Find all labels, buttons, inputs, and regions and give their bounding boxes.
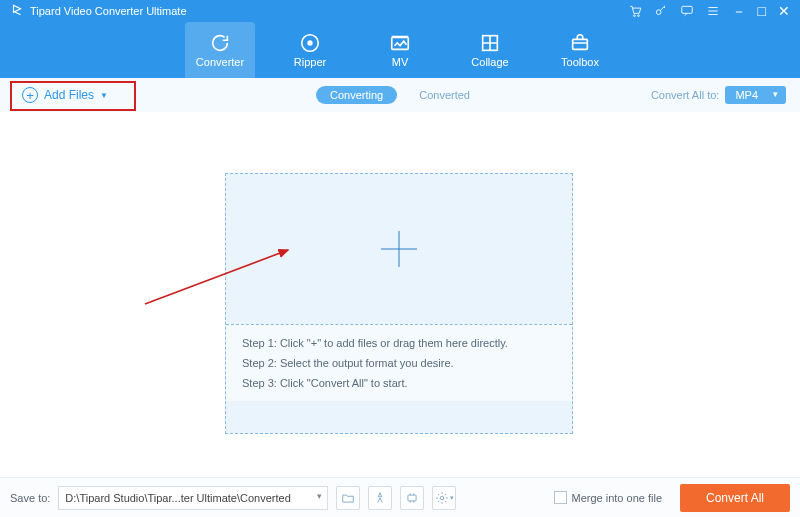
cart-icon[interactable] — [628, 4, 642, 18]
save-to-label: Save to: — [10, 492, 50, 504]
title-bar: Tipard Video Converter Ultimate － □ ✕ — [0, 0, 800, 22]
add-files-button[interactable]: + Add Files ▼ — [14, 83, 116, 107]
svg-point-11 — [440, 496, 444, 500]
speed-button[interactable] — [368, 486, 392, 510]
close-button[interactable]: ✕ — [778, 4, 790, 18]
sub-bar: + Add Files ▼ Converting Converted Conve… — [0, 78, 800, 112]
app-logo-icon — [10, 3, 24, 19]
svg-point-1 — [637, 15, 639, 17]
svg-rect-3 — [681, 6, 692, 13]
nav-label: Toolbox — [561, 56, 599, 68]
title-bar-left: Tipard Video Converter Ultimate — [10, 3, 187, 19]
sub-tabs: Converting Converted — [316, 86, 484, 104]
nav-ripper[interactable]: Ripper — [275, 22, 345, 78]
svg-point-2 — [656, 10, 661, 15]
save-path-input[interactable] — [58, 486, 328, 510]
dropzone-top[interactable] — [226, 174, 572, 324]
nav-collage[interactable]: Collage — [455, 22, 525, 78]
chevron-down-icon: ▼ — [100, 91, 108, 100]
nav-label: Ripper — [294, 56, 326, 68]
nav-toolbox[interactable]: Toolbox — [545, 22, 615, 78]
nav-label: Collage — [471, 56, 508, 68]
app-title: Tipard Video Converter Ultimate — [30, 5, 187, 17]
svg-rect-10 — [408, 495, 416, 501]
merge-label: Merge into one file — [572, 492, 663, 504]
settings-button[interactable]: ▾ — [432, 486, 456, 510]
main-area: Step 1: Click "+" to add files or drag t… — [0, 112, 800, 477]
convert-all-button[interactable]: Convert All — [680, 484, 790, 512]
image-icon — [389, 32, 411, 54]
checkbox-icon — [554, 491, 567, 504]
step-text: Step 1: Click "+" to add files or drag t… — [242, 337, 556, 349]
nav-label: Converter — [196, 56, 244, 68]
refresh-icon — [209, 32, 231, 54]
feedback-icon[interactable] — [680, 4, 694, 18]
main-nav: Converter Ripper MV Collage Toolbox — [0, 22, 800, 78]
disc-icon — [299, 32, 321, 54]
step-text: Step 2: Select the output format you des… — [242, 357, 556, 369]
svg-rect-8 — [573, 39, 588, 49]
svg-point-0 — [633, 15, 635, 17]
bottom-bar: Save to: ▾ Merge into one file Convert A… — [0, 477, 800, 517]
convert-all-to-label: Convert All to: — [651, 89, 719, 101]
plus-circle-icon: + — [22, 87, 38, 103]
collage-icon — [479, 32, 501, 54]
tab-converting[interactable]: Converting — [316, 86, 397, 104]
plus-icon[interactable] — [381, 231, 417, 267]
dropzone-steps: Step 1: Click "+" to add files or drag t… — [226, 324, 572, 401]
nav-mv[interactable]: MV — [365, 22, 435, 78]
svg-point-5 — [308, 41, 312, 45]
key-icon[interactable] — [654, 4, 668, 18]
nav-label: MV — [392, 56, 409, 68]
gpu-button[interactable] — [400, 486, 424, 510]
nav-converter[interactable]: Converter — [185, 22, 255, 78]
menu-icon[interactable] — [706, 4, 720, 18]
convert-all-to: Convert All to: MP4 — [651, 86, 786, 104]
minimize-button[interactable]: － — [732, 4, 746, 18]
open-folder-button[interactable] — [336, 486, 360, 510]
add-files-label: Add Files — [44, 88, 94, 102]
tab-converted[interactable]: Converted — [405, 86, 484, 104]
convert-all-to-select[interactable]: MP4 — [725, 86, 786, 104]
step-text: Step 3: Click "Convert All" to start. — [242, 377, 556, 389]
save-path-wrap — [58, 486, 328, 510]
maximize-button[interactable]: □ — [758, 4, 766, 18]
dropzone[interactable]: Step 1: Click "+" to add files or drag t… — [225, 173, 573, 434]
toolbox-icon — [569, 32, 591, 54]
merge-checkbox[interactable]: Merge into one file — [554, 491, 663, 504]
